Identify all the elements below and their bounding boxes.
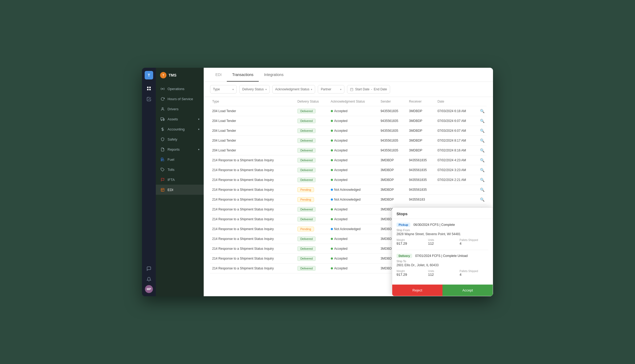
table-row[interactable]: 214 Response to a Shipment Status Inquir… [210, 185, 487, 195]
table-row[interactable]: 214 Response to a Shipment Status Inquir… [210, 175, 487, 185]
row-search-icon[interactable]: 🔍 [480, 109, 484, 113]
nav-item-edi[interactable]: EDI [156, 185, 204, 195]
nav-item-accounting[interactable]: Accounting ▾ [156, 124, 204, 134]
col-sender: Sender [378, 97, 407, 106]
row-ack-status: Accepted [329, 146, 378, 155]
table-row[interactable]: 204 Load Tender Delivered Accepted 94355… [210, 146, 487, 155]
date-separator: - [371, 87, 372, 91]
nav-item-hours-of-service[interactable]: Hours of Service [156, 94, 204, 104]
row-ack-status: Not Acknowledged [329, 195, 378, 205]
row-search-icon[interactable]: 🔍 [480, 168, 484, 172]
table-row[interactable]: 214 Response to a Shipment Status Inquir… [210, 165, 487, 175]
bell-icon[interactable] [144, 274, 154, 284]
row-search-btn[interactable]: 🔍 [478, 185, 487, 195]
table-row[interactable]: 214 Response to a Shipment Status Inquir… [210, 155, 487, 165]
row-search-btn[interactable]: 🔍 [478, 155, 487, 165]
ack-text: Not Acknowledged [334, 227, 361, 231]
row-search-btn[interactable]: 🔍 [478, 146, 487, 155]
row-sender: 3MDBDP [378, 175, 407, 185]
row-search-btn[interactable]: 🔍 [478, 165, 487, 175]
ack-dot [331, 257, 333, 260]
app-logo[interactable]: T [145, 71, 153, 79]
tab-edi[interactable]: EDI [210, 68, 227, 82]
nav-item-fuel[interactable]: Fuel [156, 154, 204, 164]
svg-rect-9 [161, 188, 164, 191]
chat-icon[interactable] [144, 264, 154, 273]
hours-icon [160, 96, 165, 101]
nav-item-tolls[interactable]: Tolls [156, 164, 204, 175]
row-type: 204 Load Tender [210, 136, 295, 146]
tab-transactions[interactable]: Transactions [227, 68, 259, 82]
icon-map[interactable] [144, 94, 154, 104]
nav-item-drivers[interactable]: Drivers [156, 104, 204, 114]
acknowledgment-status-filter[interactable]: Acknowledgment Status ▾ [272, 85, 315, 94]
row-search-icon[interactable]: 🔍 [480, 178, 484, 182]
accounting-label: Accounting [168, 127, 185, 131]
ship-to-label: Ship To [396, 260, 488, 263]
nav-item-ifta[interactable]: IFTA [156, 175, 204, 185]
user-avatar[interactable]: MP [145, 285, 153, 293]
table-row[interactable]: 204 Load Tender Delivered Accepted 94355… [210, 126, 487, 136]
ship-from-label: Ship From [396, 228, 488, 232]
col-ack-status: Acknowledgment Status [329, 97, 378, 106]
drivers-label: Drivers [168, 107, 178, 111]
table-row[interactable]: 204 Load Tender Delivered Accepted 94355… [210, 136, 487, 146]
row-receiver: 3MDBDP [407, 116, 435, 126]
row-delivery-status: Delivered [295, 264, 328, 273]
row-search-icon[interactable]: 🔍 [480, 197, 484, 202]
safety-label: Safety [168, 137, 177, 141]
type-filter[interactable]: Type ▾ [210, 85, 237, 94]
row-search-icon[interactable]: 🔍 [480, 188, 484, 192]
svg-point-1 [162, 107, 163, 109]
svg-point-4 [161, 120, 162, 121]
table-row[interactable]: 204 Load Tender Delivered Accepted 94355… [210, 106, 487, 116]
pickup-stop: Pickup 06/30/2024 FCFS | Complete Ship F… [396, 223, 488, 246]
reject-button[interactable]: Reject [392, 285, 442, 296]
edi-icon [160, 187, 165, 192]
icon-grid[interactable] [144, 84, 154, 93]
row-search-btn[interactable]: 🔍 [478, 116, 487, 126]
row-delivery-status: Delivered [295, 175, 328, 185]
type-filter-label: Type [213, 87, 220, 91]
row-search-icon[interactable]: 🔍 [480, 148, 484, 153]
row-type: 214 Response to a Shipment Status Inquir… [210, 175, 295, 185]
row-search-btn[interactable]: 🔍 [478, 126, 487, 136]
row-type: 204 Load Tender [210, 106, 295, 116]
nav-item-safety[interactable]: Safety [156, 134, 204, 144]
operations-icon [160, 86, 165, 91]
delivery-status-filter[interactable]: Delivery Status ▾ [239, 85, 270, 94]
row-search-btn[interactable]: 🔍 [478, 106, 487, 116]
row-search-icon[interactable]: 🔍 [480, 119, 484, 123]
row-search-icon[interactable]: 🔍 [480, 129, 484, 133]
nav-item-reports[interactable]: Reports ▾ [156, 144, 204, 154]
row-delivery-status: Delivered [295, 244, 328, 254]
reports-chevron: ▾ [198, 148, 199, 151]
row-ack-status: Accepted [329, 214, 378, 224]
ack-text: Accepted [334, 158, 348, 162]
ack-status-label: Acknowledgment Status [275, 87, 310, 91]
nav-item-assets[interactable]: Assets ▾ [156, 114, 204, 124]
ack-dot [331, 139, 333, 142]
stops-footer: Reject Accept [392, 285, 493, 296]
tolls-label: Tolls [168, 168, 174, 172]
tab-integrations[interactable]: Integrations [259, 68, 289, 82]
row-search-btn[interactable]: 🔍 [478, 136, 487, 146]
table-row[interactable]: 204 Load Tender Delivered Accepted 94355… [210, 116, 487, 126]
row-ack-status: Accepted [329, 244, 378, 254]
svg-point-5 [163, 120, 164, 121]
row-search-btn[interactable]: 🔍 [478, 175, 487, 185]
row-search-icon[interactable]: 🔍 [480, 138, 484, 143]
row-delivery-status: Delivered [295, 214, 328, 224]
row-search-icon[interactable]: 🔍 [480, 158, 484, 162]
safety-icon [160, 137, 165, 142]
main-content: EDI Transactions Integrations Type ▾ Del… [204, 68, 493, 296]
row-receiver: 9435561835 [407, 185, 435, 195]
nav-item-operations[interactable]: Operations [156, 84, 204, 94]
ifta-icon [160, 177, 165, 182]
row-search-btn[interactable]: 🔍 [478, 195, 487, 205]
row-sender: 9435561835 [378, 106, 407, 116]
accept-button[interactable]: Accept [442, 285, 493, 296]
table-row[interactable]: 214 Response to a Shipment Status Inquir… [210, 195, 487, 205]
partner-filter[interactable]: Partner ▾ [318, 85, 344, 94]
date-range-filter[interactable]: Start Date - End Date [347, 85, 390, 94]
